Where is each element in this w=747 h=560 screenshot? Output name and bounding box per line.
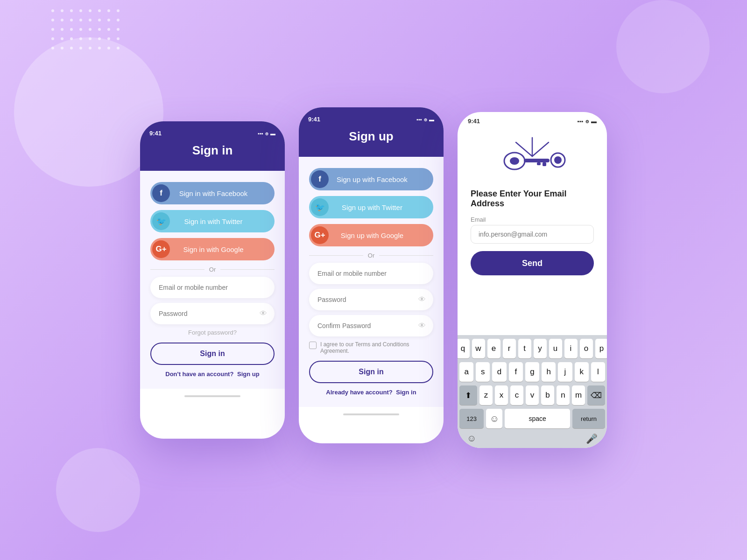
key-shift[interactable]: ⬆ bbox=[459, 385, 477, 405]
phone-email: 9:41 ▪▪▪ ⌾ ▬ bbox=[458, 112, 607, 448]
signal-icon-3: ▪▪▪ bbox=[577, 118, 583, 125]
signup-facebook-label: Sign up with Facebook bbox=[329, 175, 416, 183]
email-section-title: Please Enter Your Email Address bbox=[471, 189, 594, 209]
email-section: Please Enter Your Email Address Email Se… bbox=[458, 184, 607, 285]
key-k[interactable]: k bbox=[575, 362, 589, 382]
status-icons-3: ▪▪▪ ⌾ ▬ bbox=[577, 118, 597, 125]
key-j[interactable]: j bbox=[558, 362, 572, 382]
key-n[interactable]: n bbox=[557, 385, 570, 405]
signup-header: 9:41 ▪▪▪ ⌾ ▬ Sign up bbox=[299, 107, 444, 157]
key-s[interactable]: s bbox=[476, 362, 490, 382]
battery-icon-2: ▬ bbox=[429, 117, 434, 122]
confirm-password-toggle-icon[interactable]: 👁 bbox=[418, 322, 426, 330]
key-space[interactable]: space bbox=[505, 409, 570, 428]
key-t[interactable]: t bbox=[518, 339, 531, 358]
signup-signin-button[interactable]: Sign in bbox=[309, 361, 433, 383]
twitter-icon: 🐦 bbox=[152, 212, 170, 230]
password-toggle-icon-2[interactable]: 👁 bbox=[418, 295, 426, 304]
signin-facebook-label: Sign in with Facebook bbox=[170, 189, 257, 197]
key-b[interactable]: b bbox=[541, 385, 554, 405]
key-c[interactable]: c bbox=[510, 385, 523, 405]
signup-prompt: Don't have an account? Sign up bbox=[150, 371, 275, 378]
terms-row[interactable]: I agree to our Terms and Conditions Agre… bbox=[309, 341, 433, 354]
key-g[interactable]: g bbox=[525, 362, 539, 382]
signal-icon-2: ▪▪▪ bbox=[416, 117, 422, 122]
time-3: 9:41 bbox=[468, 118, 480, 125]
key-x[interactable]: x bbox=[495, 385, 508, 405]
key-emoji[interactable]: ☺ bbox=[486, 409, 502, 428]
terms-checkbox[interactable] bbox=[309, 342, 317, 349]
svg-rect-7 bbox=[537, 162, 541, 165]
svg-point-4 bbox=[510, 157, 519, 165]
email-input-wrapper[interactable] bbox=[471, 225, 594, 244]
password-toggle-icon[interactable]: 👁 bbox=[260, 309, 267, 318]
signin-title: Sign in bbox=[140, 143, 285, 158]
key-e[interactable]: e bbox=[487, 339, 500, 358]
confirm-password-input[interactable] bbox=[317, 322, 425, 329]
key-d[interactable]: d bbox=[492, 362, 506, 382]
key-r[interactable]: r bbox=[503, 339, 516, 358]
key-o[interactable]: o bbox=[580, 339, 593, 358]
key-z[interactable]: z bbox=[479, 385, 493, 405]
battery-icon: ▬ bbox=[270, 131, 275, 136]
signin-google-label: Sign in with Google bbox=[170, 245, 257, 253]
email-field-2[interactable] bbox=[309, 263, 433, 284]
key-l[interactable]: l bbox=[591, 362, 605, 382]
key-h[interactable]: h bbox=[542, 362, 556, 382]
key-y[interactable]: y bbox=[534, 339, 547, 358]
password-field-2[interactable]: 👁 bbox=[309, 289, 433, 310]
email-field-1[interactable] bbox=[150, 277, 275, 298]
key-w[interactable]: w bbox=[472, 339, 485, 358]
signup-title: Sign up bbox=[299, 129, 444, 144]
email-input-1[interactable] bbox=[159, 284, 266, 291]
signup-twitter-button[interactable]: 🐦 Sign up with Twitter bbox=[309, 196, 433, 218]
signal-icon: ▪▪▪ bbox=[258, 131, 263, 136]
phone-signin: 9:41 ▪▪▪ ⌾ ▬ Sign in f Sign in with Face… bbox=[140, 121, 285, 439]
key-q[interactable]: q bbox=[458, 339, 470, 358]
key-p[interactable]: p bbox=[595, 339, 607, 358]
terms-text: I agree to our Terms and Conditions Agre… bbox=[320, 341, 433, 354]
key-v[interactable]: v bbox=[526, 385, 539, 405]
email-input-2[interactable] bbox=[317, 270, 425, 277]
signup-body: f Sign up with Facebook 🐦 Sign up with T… bbox=[299, 157, 444, 407]
signin-header: 9:41 ▪▪▪ ⌾ ▬ Sign in bbox=[140, 121, 285, 171]
password-input-1[interactable] bbox=[159, 310, 266, 317]
status-bar-3: 9:41 ▪▪▪ ⌾ ▬ bbox=[458, 112, 607, 128]
home-indicator-1 bbox=[184, 395, 240, 397]
divider-or-1: Or bbox=[150, 266, 275, 273]
signup-google-button[interactable]: G+ Sign up with Google bbox=[309, 224, 433, 246]
email-input-3[interactable] bbox=[479, 231, 586, 238]
key-f[interactable]: f bbox=[509, 362, 523, 382]
key-u[interactable]: u bbox=[549, 339, 562, 358]
signin-twitter-button[interactable]: 🐦 Sign in with Twitter bbox=[150, 210, 275, 232]
key-backspace[interactable]: ⌫ bbox=[587, 385, 605, 405]
key-svg bbox=[486, 133, 579, 180]
confirm-password-field[interactable]: 👁 bbox=[309, 315, 433, 336]
password-input-2[interactable] bbox=[317, 296, 425, 303]
signin-facebook-button[interactable]: f Sign in with Facebook bbox=[150, 182, 275, 204]
signup-link[interactable]: Sign up bbox=[237, 371, 260, 378]
signin-link[interactable]: Sign in bbox=[396, 389, 416, 396]
signup-facebook-button[interactable]: f Sign up with Facebook bbox=[309, 168, 433, 190]
bg-circle-tr bbox=[616, 0, 710, 93]
time-2: 9:41 bbox=[308, 116, 320, 123]
signin-twitter-label: Sign in with Twitter bbox=[170, 217, 257, 225]
key-a[interactable]: a bbox=[459, 362, 473, 382]
screens-container: 9:41 ▪▪▪ ⌾ ▬ Sign in f Sign in with Face… bbox=[140, 112, 607, 448]
mic-icon[interactable]: 🎤 bbox=[586, 433, 598, 444]
battery-icon-3: ▬ bbox=[591, 118, 597, 125]
key-return[interactable]: return bbox=[572, 409, 605, 428]
forgot-password-link[interactable]: Forgot password? bbox=[150, 329, 275, 336]
password-field-1[interactable]: 👁 bbox=[150, 303, 275, 324]
signin-google-button[interactable]: G+ Sign in with Google bbox=[150, 238, 275, 260]
key-m[interactable]: m bbox=[572, 385, 585, 405]
wifi-icon-3: ⌾ bbox=[585, 118, 589, 125]
emoji-icon[interactable]: ☺ bbox=[467, 433, 476, 444]
divider-or-2: Or bbox=[309, 252, 433, 259]
svg-line-2 bbox=[532, 142, 549, 156]
send-button[interactable]: Send bbox=[471, 251, 594, 275]
key-123[interactable]: 123 bbox=[459, 409, 484, 428]
key-i[interactable]: i bbox=[564, 339, 578, 358]
signin-button[interactable]: Sign in bbox=[150, 343, 275, 365]
status-icons-2: ▪▪▪ ⌾ ▬ bbox=[416, 116, 434, 123]
